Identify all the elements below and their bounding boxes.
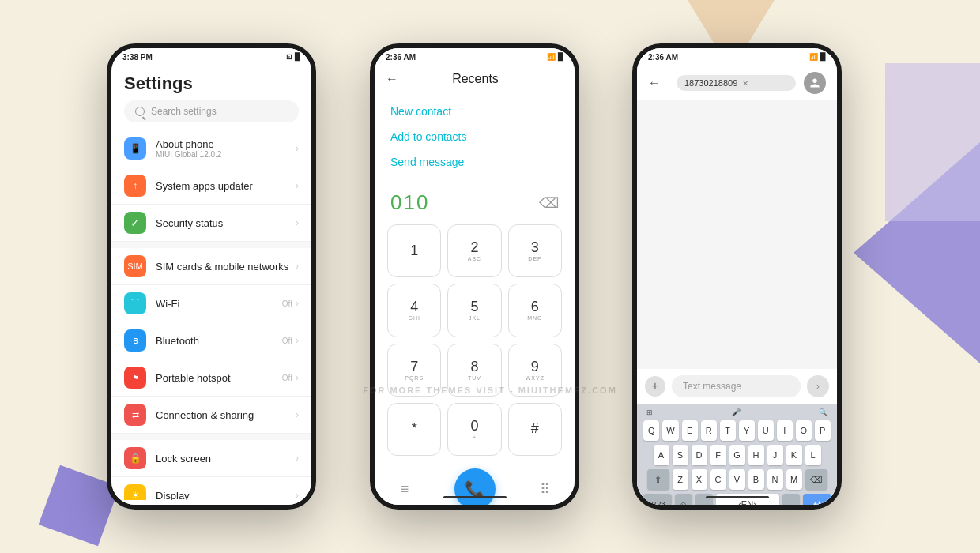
connection-right: › bbox=[296, 409, 299, 420]
security-name: Security status bbox=[156, 217, 296, 229]
key-s[interactable]: S bbox=[673, 445, 688, 465]
call-button[interactable]: 📞 bbox=[454, 468, 496, 505]
key-6[interactable]: 6MNO bbox=[508, 284, 562, 337]
key-backspace[interactable]: ⌫ bbox=[805, 469, 827, 490]
settings-item-wifi[interactable]: ⌒ Wi-Fi Off › bbox=[111, 285, 311, 322]
dialpad-button[interactable]: ⠿ bbox=[530, 475, 559, 503]
bluetooth-text: Bluetooth bbox=[156, 335, 282, 347]
key-g[interactable]: G bbox=[729, 445, 745, 465]
key-2[interactable]: 2ABC bbox=[447, 224, 501, 277]
key-1[interactable]: 1 bbox=[387, 224, 441, 277]
key-p[interactable]: P bbox=[815, 420, 831, 441]
key-z[interactable]: Z bbox=[673, 469, 688, 490]
about-icon: 📱 bbox=[124, 137, 146, 160]
key-f[interactable]: F bbox=[710, 445, 726, 465]
key-k[interactable]: K bbox=[786, 445, 802, 465]
key-j[interactable]: J bbox=[767, 445, 783, 465]
key-y[interactable]: Y bbox=[739, 420, 755, 441]
key-123[interactable]: ?123 bbox=[643, 494, 672, 505]
key-h[interactable]: H bbox=[748, 445, 764, 465]
delete-button[interactable]: ⌫ bbox=[539, 194, 559, 212]
kb-search-button[interactable]: 🔍 bbox=[819, 408, 827, 416]
key-l[interactable]: L bbox=[805, 445, 821, 465]
key-period[interactable]: . bbox=[782, 494, 800, 505]
about-chevron: › bbox=[296, 143, 299, 154]
key-d[interactable]: D bbox=[692, 445, 707, 465]
key-x[interactable]: X bbox=[692, 469, 707, 490]
dialer-content: ← Recents New contact Add to contacts Se… bbox=[375, 66, 575, 505]
settings-item-lockscreen[interactable]: 🔒 Lock screen › bbox=[111, 440, 311, 477]
connection-text: Connection & sharing bbox=[156, 409, 296, 421]
key-t[interactable]: T bbox=[720, 420, 736, 441]
add-to-contacts-option[interactable]: Add to contacts bbox=[390, 124, 559, 149]
key-o[interactable]: O bbox=[796, 420, 812, 441]
sms-back-button[interactable]: ← bbox=[648, 76, 661, 90]
remove-contact-button[interactable]: ✕ bbox=[742, 79, 748, 88]
key-r[interactable]: R bbox=[701, 420, 717, 441]
key-e[interactable]: E bbox=[682, 420, 698, 441]
bluetooth-name: Bluetooth bbox=[156, 335, 282, 347]
key-star[interactable]: * bbox=[387, 403, 441, 456]
keyboard: ⊞ 🎤 🔍 Q W E R T Y U I O P A bbox=[637, 404, 837, 505]
settings-item-security[interactable]: ✓ Security status › bbox=[111, 205, 311, 242]
contact-avatar bbox=[804, 72, 826, 94]
attach-button[interactable]: + bbox=[645, 376, 665, 397]
wifi-text: Wi-Fi bbox=[156, 298, 282, 310]
status-icons-settings: ⊡ ▉ bbox=[286, 53, 300, 61]
key-7[interactable]: 7PQRS bbox=[387, 344, 441, 397]
sim-chevron: › bbox=[296, 261, 299, 272]
settings-item-bluetooth[interactable]: ʙ Bluetooth Off › bbox=[111, 322, 311, 359]
settings-item-connection[interactable]: ⇄ Connection & sharing › bbox=[111, 397, 311, 434]
key-u[interactable]: U bbox=[758, 420, 774, 441]
key-v[interactable]: V bbox=[729, 469, 745, 490]
updater-text: System apps updater bbox=[156, 180, 296, 192]
key-shift[interactable]: ⇧ bbox=[647, 469, 669, 490]
settings-item-updater[interactable]: ↑ System apps updater › bbox=[111, 167, 311, 205]
time-sms: 2:36 AM bbox=[648, 53, 678, 62]
new-contact-option[interactable]: New contact bbox=[390, 99, 559, 124]
hotspot-name: Portable hotspot bbox=[156, 372, 282, 384]
display-right: › bbox=[296, 490, 299, 500]
hotspot-text: Portable hotspot bbox=[156, 372, 282, 384]
key-3[interactable]: 3DEF bbox=[508, 224, 562, 277]
send-message-option[interactable]: Send message bbox=[390, 149, 559, 175]
key-5[interactable]: 5JKL bbox=[447, 284, 501, 337]
key-emoji[interactable]: ☺ bbox=[675, 494, 692, 505]
key-8[interactable]: 8TUV bbox=[447, 344, 501, 397]
sms-screen: 2:36 AM 📶 ▉ ← 18730218809 ✕ bbox=[637, 48, 837, 505]
settings-item-about[interactable]: 📱 About phone MIUI Global 12.0.2 › bbox=[111, 130, 311, 167]
sms-text-input[interactable]: Text message bbox=[672, 375, 801, 397]
key-0[interactable]: 0+ bbox=[447, 403, 501, 456]
sim-right: › bbox=[296, 261, 299, 272]
key-c[interactable]: C bbox=[710, 469, 726, 490]
settings-search-bar[interactable]: Search settings bbox=[124, 100, 299, 122]
display-icon: ☀ bbox=[124, 484, 146, 500]
send-button[interactable]: › bbox=[807, 375, 829, 397]
sms-input-row: + Text message › bbox=[637, 369, 837, 404]
key-w[interactable]: W bbox=[662, 420, 678, 441]
key-m[interactable]: M bbox=[786, 469, 802, 490]
key-b[interactable]: B bbox=[748, 469, 764, 490]
lockscreen-icon: 🔒 bbox=[124, 447, 146, 469]
key-n[interactable]: N bbox=[767, 469, 783, 490]
key-q[interactable]: Q bbox=[643, 420, 659, 441]
settings-item-sim[interactable]: SIM SIM cards & mobile networks › bbox=[111, 248, 311, 285]
lockscreen-right: › bbox=[296, 453, 299, 464]
key-hash[interactable]: # bbox=[508, 403, 562, 456]
updater-right: › bbox=[296, 180, 299, 191]
key-i[interactable]: I bbox=[777, 420, 793, 441]
key-9[interactable]: 9WXYZ bbox=[508, 344, 562, 397]
settings-item-hotspot[interactable]: ⚑ Portable hotspot Off › bbox=[111, 359, 311, 397]
key-enter[interactable]: ↵ bbox=[803, 494, 831, 505]
kb-emoji-button[interactable]: ⊞ bbox=[646, 408, 653, 416]
wifi-name: Wi-Fi bbox=[156, 298, 282, 310]
key-4[interactable]: 4GHI bbox=[387, 284, 441, 337]
back-button[interactable]: ← bbox=[386, 72, 398, 86]
key-a[interactable]: A bbox=[654, 445, 669, 465]
bluetooth-icon: ʙ bbox=[124, 329, 146, 352]
settings-item-display[interactable]: ☀ Display › bbox=[111, 477, 311, 500]
keyboard-row-3: ⇧ Z X C V B N M ⌫ bbox=[640, 469, 834, 490]
updater-icon: ↑ bbox=[124, 175, 146, 197]
menu-button[interactable]: ≡ bbox=[390, 475, 419, 503]
kb-mic-button[interactable]: 🎤 bbox=[732, 408, 741, 416]
